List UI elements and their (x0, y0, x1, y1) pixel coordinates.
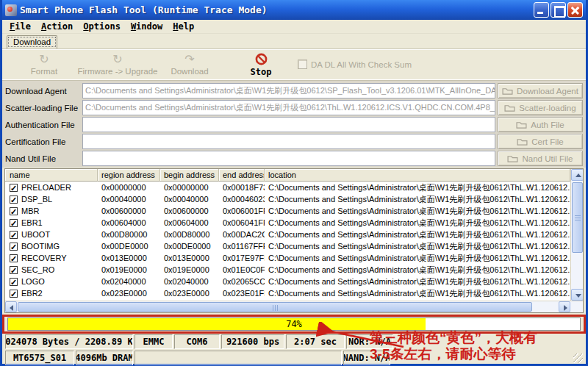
status-port: COM6 (174, 334, 220, 349)
format-button[interactable]: ↻ Format (15, 53, 74, 76)
partition-name: RECOVERY (21, 252, 67, 264)
row-checkbox[interactable] (10, 219, 18, 227)
app-window: Smart Phone Flash Tool (Runtime Trace Mo… (0, 0, 588, 366)
authentication-file-input[interactable] (82, 117, 495, 132)
column-header-location[interactable]: location (265, 169, 570, 182)
checkbox-icon (298, 60, 307, 69)
row-checkbox[interactable] (10, 254, 18, 262)
menu-options[interactable]: Options (78, 21, 126, 32)
partition-name: UBOOT (21, 229, 50, 240)
region-address: 0x019E0000 (98, 264, 160, 276)
region-address: 0x02040000 (98, 276, 160, 287)
format-refresh-icon: ↻ (15, 53, 74, 66)
stop-button[interactable]: Stop (239, 53, 283, 77)
status-bytes: 242024078 Bytes / 2208.89 KBps (5, 334, 133, 349)
region-address: 0x00600000 (98, 205, 160, 217)
row-location: C:\Documents and Settings\Administrator\… (265, 182, 570, 193)
column-header-name[interactable]: name (5, 169, 98, 182)
table-row[interactable]: EBR2 0x023E0000 0x023E0000 0x023E01FF C:… (5, 287, 570, 299)
column-header-begin[interactable]: begin address (160, 169, 219, 182)
nand-util-browse-button[interactable]: Nand Util File (498, 151, 583, 166)
end-address: 0x02065CC9 (219, 276, 265, 287)
scroll-up-icon[interactable] (571, 169, 584, 181)
scatter-loading-browse-button[interactable]: Scatter-loading (498, 100, 583, 115)
da-dl-checksum-checkbox[interactable]: DA DL All With Check Sum (298, 60, 412, 69)
minimize-button[interactable] (534, 2, 549, 18)
scroll-down-icon[interactable] (571, 289, 584, 301)
scatter-loading-input[interactable]: C:\Documents and Settings\Administrator\… (82, 100, 495, 115)
status-baudrate: 921600 bps (221, 334, 284, 349)
firmware-upgrade-button[interactable]: ↻ Firmware -> Upgrade (70, 53, 165, 76)
end-address: 0x006001FF (219, 205, 265, 217)
row-checkbox[interactable] (10, 195, 18, 204)
row-checkbox[interactable] (10, 243, 18, 251)
region-address: 0x00040000 (98, 193, 160, 205)
download-arrow-icon: ↷ (160, 53, 219, 66)
scatter-loading-label: Scatter-loading File (5, 100, 80, 115)
menu-action[interactable]: Action (36, 21, 78, 32)
begin-address: 0x013E0000 (160, 252, 219, 264)
table-row[interactable]: UBOOT 0x00D80000 0x00D80000 0x00DAC2CF C… (5, 229, 570, 240)
close-button[interactable] (567, 2, 583, 18)
table-row[interactable]: LOGO 0x02040000 0x02040000 0x02065CC9 C:… (5, 276, 570, 287)
row-checkbox[interactable] (10, 184, 18, 192)
horizontal-scrollbar[interactable] (5, 301, 583, 312)
end-address: 0x017E97FF (219, 252, 265, 264)
download-agent-input[interactable]: C:\Documents and Settings\Administrator\… (82, 83, 495, 98)
folder-icon (517, 137, 528, 146)
row-checkbox[interactable] (10, 231, 18, 239)
titlebar: Smart Phone Flash Tool (Runtime Trace Mo… (2, 0, 586, 20)
row-checkbox[interactable] (10, 290, 18, 298)
table-row[interactable]: PRELOADER 0x00000000 0x00000000 0x00018F… (5, 182, 570, 193)
partition-name: EBR1 (21, 217, 43, 229)
vertical-scrollbar[interactable] (570, 169, 583, 301)
certification-file-input[interactable] (82, 134, 495, 149)
table-row[interactable]: BOOTIMG 0x00DE0000 0x00DE0000 0x01167FFF… (5, 240, 570, 252)
menu-file[interactable]: File (4, 21, 36, 32)
nand-util-file-input[interactable] (82, 151, 495, 166)
firmware-upgrade-refresh-icon: ↻ (70, 53, 165, 66)
horizontal-scroll-thumb[interactable] (18, 302, 532, 312)
folder-icon (516, 121, 527, 129)
row-checkbox[interactable] (10, 278, 18, 286)
region-address: 0x023E0000 (98, 287, 160, 299)
row-checkbox[interactable] (10, 266, 18, 274)
window-title: Smart Phone Flash Tool (Runtime Trace Mo… (20, 4, 534, 15)
cert-file-browse-button[interactable]: Cert File (498, 134, 583, 149)
download-agent-browse-button[interactable]: Download Agent (498, 83, 583, 98)
partition-name: MBR (21, 205, 39, 217)
table-row[interactable]: DSP_BL 0x00040000 0x00040000 0x00046023 … (5, 193, 570, 205)
partition-name: DSP_BL (21, 193, 52, 205)
maximize-button[interactable] (551, 2, 566, 18)
menu-bar: File Action Options Window Help (2, 20, 586, 34)
menu-window[interactable]: Window (126, 21, 168, 32)
begin-address: 0x00DE0000 (160, 240, 219, 252)
auth-file-browse-button[interactable]: Auth File (498, 117, 583, 132)
end-address: 0x006041FF (219, 217, 265, 229)
table-row[interactable]: MBR 0x00600000 0x00600000 0x006001FF C:\… (5, 205, 570, 217)
tab-strip: Download (2, 34, 586, 49)
certification-file-label: Certification File (5, 134, 80, 149)
folder-icon (502, 87, 513, 95)
region-address: 0x013E0000 (98, 252, 160, 264)
table-row[interactable]: RECOVERY 0x013E0000 0x013E0000 0x017E97F… (5, 252, 570, 264)
scroll-right-icon[interactable] (559, 301, 570, 312)
download-button[interactable]: ↷ Download (160, 53, 219, 76)
column-header-region[interactable]: region address (98, 169, 160, 182)
table-row[interactable]: EBR1 0x00604000 0x00604000 0x006041FF C:… (5, 217, 570, 229)
vertical-scroll-thumb[interactable] (572, 182, 583, 253)
row-location: C:\Documents and Settings\Administrator\… (265, 217, 570, 229)
row-checkbox[interactable] (10, 207, 18, 215)
stop-prohibition-icon (239, 53, 283, 66)
column-header-end[interactable]: end address (219, 169, 265, 182)
tab-download[interactable]: Download (7, 35, 57, 49)
file-fields-panel: Download Agent C:\Documents and Settings… (2, 81, 586, 168)
annotation-line-2: 3-5条左右，请耐心等待 (370, 346, 587, 362)
menu-help[interactable]: Help (168, 21, 199, 32)
scroll-left-icon[interactable] (5, 301, 17, 312)
window-controls (534, 2, 583, 18)
partition-name: EBR2 (21, 287, 43, 299)
table-row[interactable]: SEC_RO 0x019E0000 0x019E0000 0x01E0C0F3 … (5, 264, 570, 276)
progress-percent-label: 74% (8, 319, 580, 329)
toolbar: ↻ Format ↻ Firmware -> Upgrade ↷ Downloa… (2, 49, 586, 81)
